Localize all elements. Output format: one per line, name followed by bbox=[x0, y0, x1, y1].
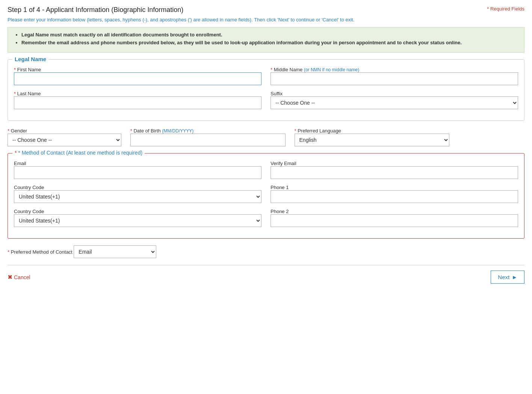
cancel-button[interactable]: ✖ Cancel bbox=[8, 274, 30, 281]
country-code-2-group: Country Code United States(+1) Canada(+1… bbox=[14, 208, 261, 227]
phone2-group: Phone 2 bbox=[271, 208, 518, 227]
verify-email-group: Verify Email bbox=[271, 160, 518, 179]
language-group: * Preferred Language English Spanish Fre… bbox=[295, 128, 450, 146]
gender-group: * Gender -- Choose One -- Male Female bbox=[8, 128, 121, 146]
next-arrow-icon: ► bbox=[512, 274, 517, 280]
gender-select[interactable]: -- Choose One -- Male Female bbox=[8, 134, 121, 146]
phone1-label: Phone 1 bbox=[271, 185, 289, 190]
country-code-2-label: Country Code bbox=[14, 209, 44, 214]
info-bullet-2: Remember the email address and phone num… bbox=[21, 40, 518, 45]
country-code-2-select[interactable]: United States(+1) Canada(+1) Mexico(+52)… bbox=[14, 214, 261, 227]
preferred-contact-label: * Preferred Method of Contact bbox=[8, 249, 74, 255]
suffix-label: Suffix bbox=[271, 91, 283, 96]
demographics-row: * Gender -- Choose One -- Male Female * … bbox=[8, 128, 524, 146]
country-code-1-select[interactable]: United States(+1) Canada(+1) Mexico(+52)… bbox=[14, 190, 261, 203]
verify-email-label: Verify Email bbox=[271, 161, 296, 166]
contact-section-title: * * Method of Contact (At least one meth… bbox=[12, 150, 145, 156]
email-label: Email bbox=[14, 161, 26, 166]
language-select[interactable]: English Spanish French Chinese Arabic bbox=[295, 134, 450, 146]
preferred-contact-select[interactable]: Email Phone bbox=[74, 245, 156, 258]
email-group: Email bbox=[14, 160, 261, 179]
phone1-input[interactable] bbox=[271, 190, 518, 203]
email-input[interactable] bbox=[14, 166, 261, 179]
last-name-group: * Last Name bbox=[14, 90, 261, 109]
email-row: Email Verify Email bbox=[14, 160, 518, 179]
dob-group: * Date of Birth (MM/DD/YYYY) bbox=[130, 128, 286, 146]
middle-name-group: * Middle Name (or NMN if no middle name) bbox=[271, 66, 518, 85]
country-code-1-group: Country Code United States(+1) Canada(+1… bbox=[14, 184, 261, 203]
country-code-1-label: Country Code bbox=[14, 185, 44, 190]
info-box: Legal Name must match exactly on all ide… bbox=[8, 27, 524, 53]
last-name-input[interactable] bbox=[14, 96, 261, 109]
language-label: * Preferred Language bbox=[295, 128, 341, 134]
legal-name-title: Legal Name bbox=[12, 56, 48, 62]
phone1-row: Country Code United States(+1) Canada(+1… bbox=[14, 184, 518, 203]
legal-name-section: Legal Name * First Name * Middle Name (o… bbox=[8, 59, 524, 121]
phone2-label: Phone 2 bbox=[271, 209, 289, 214]
next-button[interactable]: Next ► bbox=[491, 271, 524, 284]
phone2-input[interactable] bbox=[271, 214, 518, 227]
verify-email-input[interactable] bbox=[271, 166, 518, 179]
contact-section: * * Method of Contact (At least one meth… bbox=[8, 153, 524, 239]
first-name-label: * First Name bbox=[14, 67, 41, 72]
required-fields-note: * Required Fields bbox=[487, 6, 524, 12]
page-header: Step 1 of 4 - Applicant Information (Bio… bbox=[8, 6, 524, 14]
page-title: Step 1 of 4 - Applicant Information (Bio… bbox=[8, 6, 183, 14]
dob-input[interactable] bbox=[130, 134, 286, 146]
suffix-select[interactable]: -- Choose One -- Jr. Sr. II III IV V bbox=[271, 96, 518, 109]
suffix-group: Suffix -- Choose One -- Jr. Sr. II III I… bbox=[271, 90, 518, 109]
gender-label: * Gender bbox=[8, 128, 27, 134]
last-name-label: * Last Name bbox=[14, 91, 41, 96]
preferred-contact-group: * Preferred Method of Contact Email Phon… bbox=[8, 245, 524, 258]
instruction-text: Please enter your information below (let… bbox=[8, 17, 524, 23]
first-middle-row: * First Name * Middle Name (or NMN if no… bbox=[14, 66, 518, 85]
footer-bar: ✖ Cancel Next ► bbox=[8, 265, 524, 284]
phone1-group: Phone 1 bbox=[271, 184, 518, 203]
info-bullet-1: Legal Name must match exactly on all ide… bbox=[21, 32, 518, 38]
first-name-input[interactable] bbox=[14, 72, 261, 85]
middle-name-label: * Middle Name (or NMN if no middle name) bbox=[271, 67, 359, 72]
phone2-row: Country Code United States(+1) Canada(+1… bbox=[14, 208, 518, 227]
first-name-group: * First Name bbox=[14, 66, 261, 85]
middle-name-input[interactable] bbox=[271, 72, 518, 85]
last-suffix-row: * Last Name Suffix -- Choose One -- Jr. … bbox=[14, 90, 518, 109]
dob-label: * Date of Birth (MM/DD/YYYY) bbox=[130, 128, 194, 134]
cancel-x-icon: ✖ bbox=[8, 274, 12, 281]
